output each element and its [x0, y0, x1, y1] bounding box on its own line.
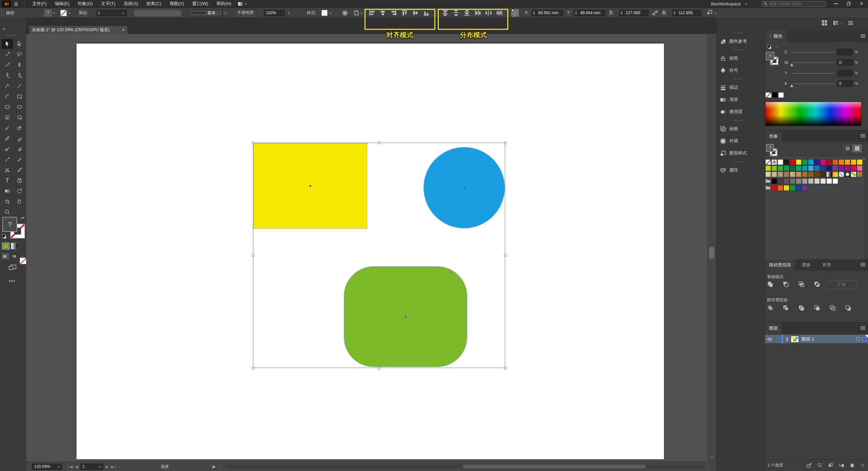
swatch-#00a77e[interactable] [796, 165, 802, 171]
tool-hand[interactable] [14, 197, 25, 206]
swatch-#203a93[interactable] [820, 165, 826, 171]
panel-drag-handle[interactable] [1, 8, 2, 18]
tool-magic-wand[interactable] [1, 49, 13, 59]
tool-type[interactable] [1, 176, 13, 185]
height-field[interactable]: 112.855 [676, 8, 702, 18]
swatch-#ea6ba2[interactable] [857, 165, 863, 171]
swatch-#8f5c23[interactable] [808, 171, 814, 177]
tool-rectangle[interactable] [14, 91, 25, 101]
panel-button-brushes[interactable]: 画笔 [720, 54, 738, 62]
tool-delete-anchor[interactable] [1, 70, 13, 80]
swatch-#bababa[interactable] [808, 178, 814, 184]
dist-right-button[interactable] [496, 9, 503, 17]
channel-slider-thumb[interactable] [790, 84, 793, 87]
tool-gradient[interactable] [1, 186, 13, 196]
swatch-#c19150[interactable] [796, 171, 802, 177]
restore-button[interactable] [842, 0, 855, 7]
tab-layers[interactable]: 图层 [765, 323, 782, 334]
tool-knife[interactable] [14, 165, 25, 175]
swatch-#b99a6e[interactable] [777, 171, 783, 177]
swatch-#c3d117[interactable] [765, 165, 771, 171]
dist-top-button[interactable] [441, 9, 449, 17]
tool-rounded-rectangle[interactable] [1, 102, 13, 112]
selection-handle[interactable] [252, 142, 254, 144]
channel-value-field[interactable] [837, 70, 853, 76]
selection-handle[interactable] [378, 142, 380, 144]
panel-button-stroke[interactable]: 描边 [720, 83, 738, 91]
tab-transform[interactable]: 变换 [798, 259, 815, 271]
document-setup-chevron-icon[interactable] [360, 8, 363, 18]
panel-button-artboards[interactable]: 画板 [720, 125, 738, 133]
swatch-#e20062[interactable] [851, 165, 856, 171]
pathfinder-crop-button[interactable] [813, 304, 822, 312]
shape-mode-unite-button[interactable] [766, 280, 775, 288]
collect-for-export-icon[interactable] [806, 463, 812, 468]
panel-button-appearance[interactable]: 外观 [720, 137, 738, 145]
channel-slider-track[interactable] [791, 83, 835, 84]
transform-options-icon[interactable] [706, 8, 713, 18]
swatch-group-folder-icon[interactable] [765, 178, 771, 184]
fill-color-swatch[interactable]: ? [45, 8, 51, 18]
visibility-eye-icon[interactable] [765, 337, 774, 341]
pathfinder-outline-button[interactable] [828, 304, 837, 312]
height-stepper[interactable] [672, 8, 676, 18]
selection-handle[interactable] [504, 367, 507, 369]
panel-button-graphic-styles[interactable]: 图形样式 [720, 149, 747, 157]
dist-bottom-button[interactable] [463, 9, 471, 17]
panel-menu-icon[interactable] [860, 263, 866, 267]
vertical-scrollbar[interactable] [707, 34, 716, 462]
width-field[interactable]: 127.069 [624, 8, 649, 18]
scroll-down-icon[interactable] [710, 455, 714, 459]
align-left-button[interactable] [368, 9, 376, 17]
color-button[interactable] [2, 243, 9, 249]
minimize-button[interactable] [829, 0, 842, 7]
scroll-left-icon[interactable]: ‹ [220, 462, 222, 471]
dock-group-drag-handle[interactable] [734, 161, 743, 162]
tool-paintbrush[interactable] [1, 123, 13, 133]
link-dimensions-icon[interactable] [652, 8, 658, 18]
swatch-#00a0a8[interactable] [802, 165, 808, 171]
recolor-artwork-icon[interactable] [342, 8, 348, 18]
tool-lasso[interactable] [14, 49, 25, 59]
swatch-#00a049[interactable] [784, 165, 789, 171]
locate-object-icon[interactable] [817, 463, 823, 468]
tool-direct-selection[interactable] [14, 39, 25, 49]
y-stepper[interactable] [574, 8, 578, 18]
panel-menu-icon[interactable] [860, 326, 866, 330]
tool-arc[interactable] [1, 91, 13, 101]
selection-handle[interactable] [378, 367, 380, 369]
tool-smooth[interactable] [1, 144, 13, 154]
tab-close-icon[interactable]: × [122, 27, 125, 33]
scroll-right-icon[interactable]: › [707, 462, 708, 471]
swatch-#d2d2d2[interactable] [814, 178, 820, 184]
swatch-#8f168c[interactable] [839, 165, 844, 171]
tool-eyedropper[interactable] [1, 155, 13, 164]
align-right-button[interactable] [390, 9, 397, 17]
stroke-style-dropdown[interactable]: 基本 [189, 8, 229, 18]
opacity-more-button[interactable] [288, 8, 290, 18]
width-label[interactable]: 宽: [609, 10, 614, 16]
swatch-#b50d21[interactable] [826, 159, 832, 165]
swatch-#d9cfa4[interactable] [765, 171, 771, 177]
swatch-#00a13b[interactable] [790, 185, 795, 191]
document-tab[interactable]: 未标题-1* @ 120.59% (CMYK/GPU 预览) × [29, 25, 128, 34]
horizontal-scrollbar[interactable] [226, 465, 705, 468]
tab-align[interactable]: 对齐 [818, 259, 835, 271]
swatch-#1f2589[interactable] [814, 159, 820, 165]
dock-group-drag-handle[interactable] [734, 79, 743, 79]
layer-thumbnail[interactable] [791, 336, 799, 343]
home-icon[interactable] [11, 0, 21, 7]
swatch-#6c3d99[interactable] [832, 165, 838, 171]
pathfinder-trim-button[interactable] [782, 304, 790, 312]
swatch-#00a1e9[interactable] [808, 159, 814, 165]
stroke-weight-stepper[interactable] [97, 8, 101, 18]
swatch-pattern-leaf[interactable] [851, 171, 856, 177]
pathfinder-minus-back-button[interactable] [844, 304, 853, 312]
tool-eraser[interactable] [14, 134, 25, 143]
align-top-button[interactable] [401, 9, 408, 17]
stroke-weight-label[interactable]: 描边: [79, 10, 88, 16]
swatch-#4c2a0e[interactable] [820, 171, 826, 177]
x-label[interactable]: X: [525, 10, 529, 16]
channel-slider-thumb[interactable] [790, 63, 793, 66]
swatch-#00a13b[interactable] [802, 159, 808, 165]
